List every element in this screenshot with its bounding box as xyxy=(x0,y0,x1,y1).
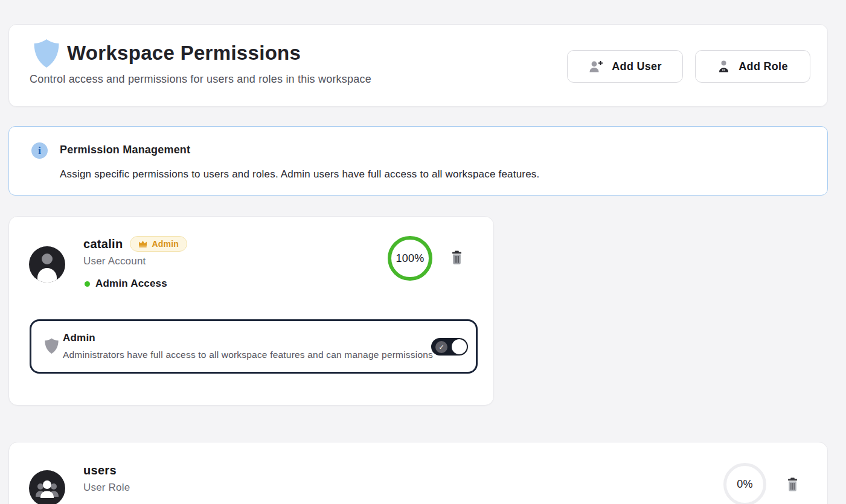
admin-badge-label: Admin xyxy=(152,239,179,249)
delete-role-button[interactable] xyxy=(786,477,799,492)
progress-value: 100% xyxy=(396,252,424,265)
shield-icon xyxy=(44,337,59,355)
user-avatar xyxy=(29,246,65,282)
page-title: Workspace Permissions xyxy=(67,42,301,65)
user-type: User Account xyxy=(83,255,146,267)
avatar-person-icon xyxy=(42,254,53,264)
shield-icon xyxy=(33,39,60,69)
permission-description: Administrators have full access to all w… xyxy=(63,349,433,360)
admin-permission-toggle[interactable]: ✓ xyxy=(431,338,468,356)
delete-user-button[interactable] xyxy=(450,250,463,265)
add-role-label: Add Role xyxy=(739,60,787,73)
add-user-button[interactable]: Add User xyxy=(567,50,683,83)
toggle-check-icon: ✓ xyxy=(435,341,447,353)
header-card: Workspace Permissions Control access and… xyxy=(8,24,828,107)
user-name: catalin xyxy=(83,237,123,251)
role-progress-ring: 0% xyxy=(723,463,766,504)
trash-icon xyxy=(786,477,799,492)
progress-ring: 100% xyxy=(388,236,432,281)
access-status: Admin Access xyxy=(85,278,167,290)
add-user-label: Add User xyxy=(612,60,661,73)
add-role-button[interactable]: Add Role xyxy=(695,50,810,83)
info-banner: i Permission Management Assign specific … xyxy=(8,126,828,196)
info-icon: i xyxy=(31,142,48,159)
page-subtitle: Control access and permissions for users… xyxy=(30,73,371,86)
toggle-knob xyxy=(452,339,467,354)
access-status-label: Admin Access xyxy=(95,278,167,290)
user-card: catalin Admin User Account Admin Access … xyxy=(8,216,494,406)
permission-name: Admin xyxy=(63,332,95,344)
role-progress-value: 0% xyxy=(737,478,753,491)
trash-icon xyxy=(450,250,463,265)
crown-icon xyxy=(138,240,147,247)
role-type: User Role xyxy=(83,482,130,494)
info-banner-description: Assign specific permissions to users and… xyxy=(60,168,539,180)
role-avatar xyxy=(29,470,65,504)
admin-badge: Admin xyxy=(130,236,187,252)
status-dot xyxy=(85,281,90,287)
permission-row-admin: Admin Administrators have full access to… xyxy=(30,319,478,374)
role-name: users xyxy=(83,464,117,477)
user-plus-icon xyxy=(588,60,603,74)
users-group-icon xyxy=(29,470,65,504)
person-role-icon xyxy=(717,60,730,74)
role-card: users User Role 0% xyxy=(8,442,828,504)
info-banner-title: Permission Management xyxy=(60,144,190,156)
